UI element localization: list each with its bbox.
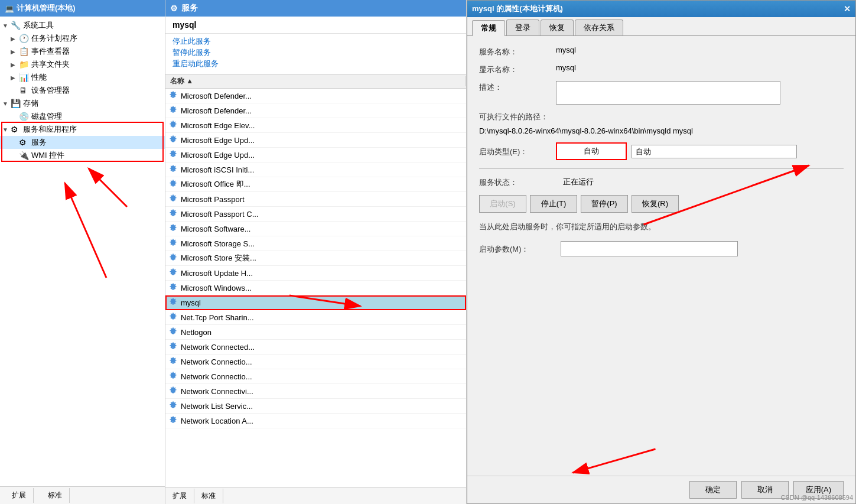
label-device-manager: 设备管理器 [31,85,70,96]
service-row-network-connection1[interactable]: Network Connectio... [165,355,466,369]
gear-icon [168,401,178,411]
gear-icon [168,356,178,367]
label-wmi: WMI 控件 [31,150,64,161]
service-row-ms-defender-1[interactable]: Microsoft Defender... [165,89,466,103]
btn-stop[interactable]: 停止(T) [530,195,577,213]
label-task-scheduler: 任务计划程序 [31,33,77,44]
service-row-network-list[interactable]: Network List Servic... [165,399,466,414]
gear-icon [168,253,178,264]
tab-footer-expand[interactable]: 扩展 [165,489,194,503]
service-name: Microsoft Passport [181,195,245,204]
service-row-edge-upd1[interactable]: Microsoft Edge Upd... [165,133,466,148]
label-display-name: 显示名称： [479,63,556,75]
service-row-network-location[interactable]: Network Location A... [165,414,466,428]
icon-shared-folders: 📁 [19,60,30,69]
btn-resume[interactable]: 恢复(R) [632,195,679,213]
arrow-event-viewer: ▶ [11,48,19,55]
services-gear-icon: ⚙ [170,4,178,13]
service-name-mysql: mysql [181,298,201,307]
service-name: Net.Tcp Port Sharin... [181,313,254,322]
form-row-description: 描述： [479,81,844,105]
tree-item-wmi[interactable]: 🔌 WMI 控件 [0,149,165,162]
label-performance: 性能 [31,72,47,83]
arrow-disk-management [11,113,19,120]
gear-icon [168,164,178,175]
tab-general[interactable]: 常规 [472,20,505,36]
service-row-storage-s[interactable]: Microsoft Storage S... [165,236,466,251]
service-row-edge-elev[interactable]: Microsoft Edge Elev... [165,118,466,133]
service-row-netlogon[interactable]: Netlogon [165,325,466,340]
action-stop[interactable]: 停止此服务 [172,36,459,47]
tree-item-services[interactable]: ⚙ 服务 [0,136,165,149]
service-row-passport-c[interactable]: Microsoft Passport C... [165,207,466,222]
service-row-windows[interactable]: Microsoft Windows... [165,281,466,295]
tab-dependencies[interactable]: 依存关系 [575,19,623,35]
gear-icon [168,209,178,219]
tree-footer: 扩展 标准 [0,486,165,504]
tree-item-event-viewer[interactable]: ▶ 📋 事件查看器 [0,45,165,58]
service-name: Network Connectio... [181,372,252,381]
icon-device-manager: 🖥 [19,86,30,95]
service-name: Network List Servic... [181,402,253,411]
service-row-network-connected[interactable]: Network Connected... [165,340,466,355]
tree-item-system-tools[interactable]: ▼ 🔧 系统工具 [0,19,165,32]
tab-expand[interactable]: 扩展 [5,488,34,503]
action-pause[interactable]: 暂停此服务 [172,47,459,58]
service-row-ms-defender-2[interactable]: Microsoft Defender... [165,103,466,118]
icon-disk-management: 💿 [19,112,30,121]
tree-item-disk-management[interactable]: 💿 磁盘管理 [0,110,165,123]
tree-item-device-manager[interactable]: 🖥 设备管理器 [0,84,165,97]
service-row-office[interactable]: Microsoft Office 即... [165,177,466,192]
action-restart[interactable]: 重启动此服务 [172,58,459,69]
left-panel: 💻 计算机管理(本地) ▼ 🔧 系统工具 ▶ 🕐 任务计划程序 ▶ 📋 事件查看… [0,0,165,504]
tree-item-performance[interactable]: ▶ 📊 性能 [0,71,165,84]
service-row-network-connectivity[interactable]: Network Connectivi... [165,384,466,399]
dialog-content: 服务名称： mysql 显示名称： mysql 描述： 可执行文件的路径： [467,36,855,274]
gear-icon [168,327,178,337]
services-subheader: mysql [165,17,466,34]
service-row-network-connection2[interactable]: Network Connectio... [165,369,466,384]
gear-icon [168,120,178,131]
value-service-name: mysql [556,45,576,54]
btn-ok[interactable]: 确定 [689,481,737,499]
service-name: Microsoft Edge Upd... [181,136,255,145]
start-params-input[interactable] [561,241,738,256]
service-row-mysql[interactable]: mysql [165,295,466,310]
service-row-software[interactable]: Microsoft Software... [165,222,466,236]
tab-login[interactable]: 登录 [506,19,539,35]
startup-box-value: 自动 [584,147,599,155]
tab-footer-standard[interactable]: 标准 [194,489,223,503]
tab-standard[interactable]: 标准 [41,488,70,503]
label-path: 可执行文件的路径： [479,110,556,122]
service-row-passport[interactable]: Microsoft Passport [165,192,466,207]
form-row-display-name: 显示名称： mysql [479,63,844,75]
tree-item-storage[interactable]: ▼ 💾 存储 [0,97,165,110]
col-name: 名称 ▲ [165,76,466,86]
arrow-performance: ▶ [11,74,19,81]
service-buttons: 启动(S) 停止(T) 暂停(P) 恢复(R) [479,195,844,213]
service-row-iscsi[interactable]: Microsoft iSCSI Initi... [165,162,466,177]
description-input[interactable] [556,81,780,105]
arrow-device-manager [11,87,19,94]
gear-icon [168,386,178,396]
properties-dialog: mysql 的属性(本地计算机) ✕ 常规 登录 恢复 依存关系 服务名称： m… [467,0,856,504]
startup-dropdown[interactable]: 自动 手动 禁用 [632,145,797,158]
service-name: Microsoft Edge Elev... [181,121,255,130]
service-row-update-h[interactable]: Microsoft Update H... [165,266,466,281]
dialog-close-icon[interactable]: ✕ [844,4,851,14]
tree-item-task-scheduler[interactable]: ▶ 🕐 任务计划程序 [0,32,165,45]
label-service-status: 服务状态： [479,176,556,188]
service-name: Microsoft Update H... [181,269,253,278]
services-header: ⚙ 服务 [165,0,466,17]
service-row-edge-upd2[interactable]: Microsoft Edge Upd... [165,148,466,162]
tree-item-shared-folders[interactable]: ▶ 📁 共享文件夹 [0,58,165,71]
service-row-nettcp[interactable]: Net.Tcp Port Sharin... [165,310,466,325]
dialog-titlebar: mysql 的属性(本地计算机) ✕ [467,1,855,17]
value-service-status: 正在运行 [563,177,594,187]
gear-icon [168,415,178,426]
btn-start[interactable]: 启动(S) [479,195,526,213]
btn-pause[interactable]: 暂停(P) [581,195,628,213]
tab-recovery[interactable]: 恢复 [541,19,574,35]
service-row-store[interactable]: Microsoft Store 安装... [165,251,466,266]
tree-item-services-apps[interactable]: ▼ ⚙ 服务和应用程序 [0,123,165,136]
